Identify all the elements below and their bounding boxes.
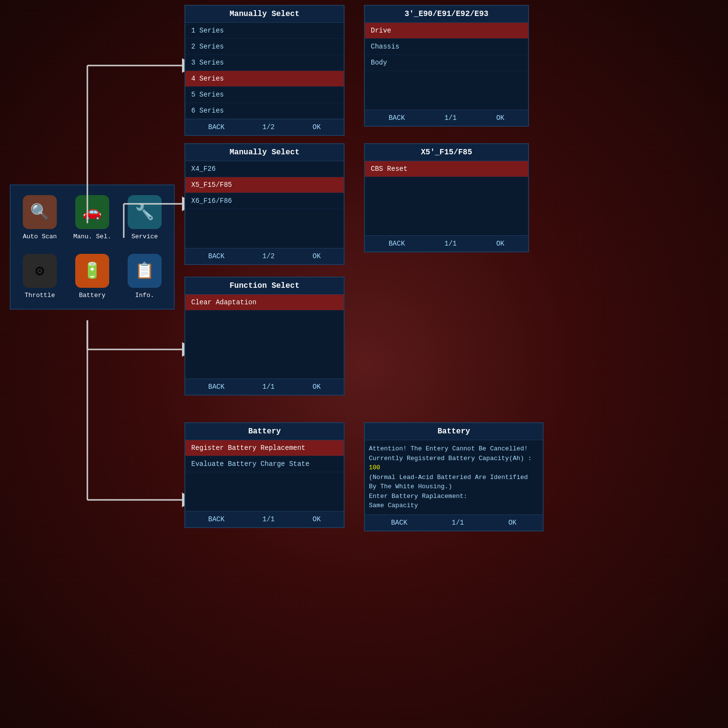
- battery-empty-body: [185, 472, 344, 511]
- x5-item[interactable]: X5_F15/F85: [185, 177, 344, 193]
- menu-item-manu-sel[interactable]: 🚗 Manu. Sel.: [68, 190, 116, 245]
- ms1-ok-btn[interactable]: OK: [313, 123, 321, 131]
- manually-select-panel-2: Manually Select X4_F26 X5_F15/F85 X6_F16…: [184, 143, 345, 265]
- battery-info-text: Attention! The Entery Cannot Be Cancelle…: [365, 440, 543, 514]
- battery-list-title: Battery: [185, 423, 344, 440]
- battery-label: Battery: [79, 292, 106, 299]
- register-battery-item[interactable]: Register Battery Replacement: [185, 440, 344, 456]
- e90-footer: BACK 1/1 OK: [365, 110, 528, 126]
- manu-sel-label: Manu. Sel.: [73, 233, 111, 240]
- x5-ok-btn[interactable]: OK: [496, 240, 504, 248]
- x5-back-btn[interactable]: BACK: [389, 240, 405, 248]
- x5-panel-title: X5'_F15/F85: [365, 144, 528, 161]
- normal-lead-text: (Normal Lead-Acid Batteried Are Identifi…: [369, 474, 528, 491]
- ms2-ok-btn[interactable]: OK: [313, 252, 321, 260]
- x5-panel: X5'_F15/F85 CBS Reset BACK 1/1 OK: [364, 143, 529, 252]
- ms1-page: 1/2: [263, 123, 275, 131]
- fs-ok-btn[interactable]: OK: [313, 383, 321, 391]
- menu-item-auto-scan[interactable]: 🔍 Auto Scan: [16, 190, 64, 245]
- e90-page: 1/1: [445, 114, 457, 122]
- function-select-panel: Function Select Clear Adaptation BACK 1/…: [184, 277, 345, 396]
- x5-footer: BACK 1/1 OK: [365, 235, 528, 251]
- menu-item-info[interactable]: 📋 Info.: [120, 249, 169, 304]
- throttle-icon: ⚙: [23, 254, 57, 288]
- evaluate-battery-item[interactable]: Evaluate Battery Charge State: [185, 456, 344, 472]
- e90-back-btn[interactable]: BACK: [389, 114, 405, 122]
- manually-select-panel-1: Manually Select 1 Series 2 Series 3 Seri…: [184, 5, 345, 136]
- fs-back-btn[interactable]: BACK: [208, 383, 225, 391]
- battery-info-panel: Battery Attention! The Entery Cannot Be …: [364, 422, 544, 531]
- e90-panel: 3'_E90/E91/E92/E93 Drive Chassis Body BA…: [364, 5, 529, 127]
- menu-item-throttle[interactable]: ⚙ Throttle: [16, 249, 64, 304]
- battery-info-title: Battery: [365, 423, 543, 440]
- x6-item[interactable]: X6_F16/F86: [185, 193, 344, 209]
- e90-title: 3'_E90/E91/E92/E93: [365, 6, 528, 23]
- chassis-item[interactable]: Chassis: [365, 39, 528, 55]
- e90-empty-body: [365, 71, 528, 110]
- bi-back-btn[interactable]: BACK: [391, 519, 408, 527]
- enter-replacement-text: Enter Battery Raplacement:: [369, 493, 467, 500]
- series-1-item[interactable]: 1 Series: [185, 23, 344, 39]
- ms2-back-btn[interactable]: BACK: [208, 252, 225, 260]
- body-item[interactable]: Body: [365, 55, 528, 71]
- x5-page: 1/1: [445, 240, 457, 248]
- manually-select-1-footer: BACK 1/2 OK: [185, 119, 344, 135]
- menu-item-service[interactable]: 🔧 Service: [120, 190, 169, 245]
- series-3-item[interactable]: 3 Series: [185, 55, 344, 71]
- manually-select-2-title: Manually Select: [185, 144, 344, 161]
- x5-empty-body: [365, 177, 528, 235]
- bi-page: 1/1: [452, 519, 464, 527]
- series-2-item[interactable]: 2 Series: [185, 39, 344, 55]
- menu-item-battery[interactable]: 🔋 Battery: [68, 249, 116, 304]
- bl-ok-btn[interactable]: OK: [313, 515, 321, 523]
- ms1-back-btn[interactable]: BACK: [208, 123, 225, 131]
- bl-back-btn[interactable]: BACK: [208, 515, 225, 523]
- manually-select-1-title: Manually Select: [185, 6, 344, 23]
- function-select-title: Function Select: [185, 278, 344, 295]
- bl-page: 1/1: [263, 515, 275, 523]
- battery-info-footer: BACK 1/1 OK: [365, 514, 543, 530]
- drive-item[interactable]: Drive: [365, 23, 528, 39]
- fs-empty-body: [185, 311, 344, 379]
- ms2-empty-body: [185, 209, 344, 248]
- attention-text: Attention! The Entery Cannot Be Cancelle…: [369, 445, 528, 452]
- clear-adaptation-item[interactable]: Clear Adaptation: [185, 295, 344, 311]
- e90-ok-btn[interactable]: OK: [496, 114, 504, 122]
- capacity-value: 100: [369, 464, 380, 471]
- bi-ok-btn[interactable]: OK: [508, 519, 516, 527]
- info-label: Info.: [135, 292, 154, 299]
- auto-scan-label: Auto Scan: [23, 233, 57, 240]
- service-icon: 🔧: [128, 195, 162, 229]
- fs-page: 1/1: [263, 383, 275, 391]
- service-label: Service: [132, 233, 158, 240]
- manu-sel-icon: 🚗: [75, 195, 109, 229]
- throttle-label: Throttle: [25, 292, 55, 299]
- function-select-footer: BACK 1/1 OK: [185, 379, 344, 395]
- menu-panel: 🔍 Auto Scan 🚗 Manu. Sel. 🔧 Service ⚙ Thr…: [10, 184, 175, 310]
- series-5-item[interactable]: 5 Series: [185, 87, 344, 103]
- auto-scan-icon: 🔍: [23, 195, 57, 229]
- battery-list-panel: Battery Register Battery Replacement Eva…: [184, 422, 345, 528]
- battery-list-footer: BACK 1/1 OK: [185, 511, 344, 527]
- ms2-page: 1/2: [263, 252, 275, 260]
- manually-select-2-footer: BACK 1/2 OK: [185, 248, 344, 264]
- series-6-item[interactable]: 6 Series: [185, 103, 344, 119]
- battery-icon: 🔋: [75, 254, 109, 288]
- x4-item[interactable]: X4_F26: [185, 161, 344, 177]
- same-capacity-text: Same Capacity: [369, 502, 418, 509]
- capacity-label-text: Currently Registered Battery Capacity(Ah…: [369, 455, 531, 462]
- series-4-item[interactable]: 4 Series: [185, 71, 344, 87]
- cbs-reset-item[interactable]: CBS Reset: [365, 161, 528, 177]
- info-icon: 📋: [128, 254, 162, 288]
